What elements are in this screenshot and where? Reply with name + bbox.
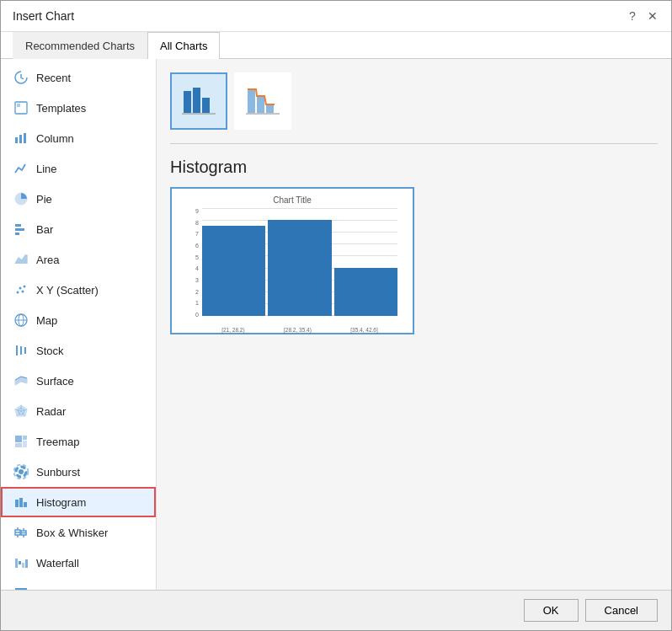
- sidebar-item-map[interactable]: Map: [1, 305, 156, 335]
- sidebar-item-stock[interactable]: Stock: [1, 335, 156, 366]
- svg-point-10: [19, 287, 22, 290]
- pie-icon: [13, 190, 29, 207]
- chart-options-row: [170, 72, 658, 130]
- svg-point-36: [19, 469, 24, 474]
- treemap-icon: [13, 433, 29, 450]
- sidebar-item-area[interactable]: Area: [1, 244, 156, 275]
- box-whisker-icon: [13, 524, 29, 541]
- sidebar-item-treemap[interactable]: Treemap: [1, 426, 156, 457]
- bar-3: [334, 268, 397, 316]
- svg-rect-8: [15, 233, 19, 235]
- svg-rect-41: [24, 502, 27, 507]
- sidebar-label-column: Column: [36, 132, 74, 145]
- sidebar-item-bar[interactable]: Bar: [1, 214, 156, 244]
- sidebar-label-bar: Bar: [36, 223, 53, 236]
- sidebar-item-line[interactable]: Line: [1, 153, 156, 184]
- histogram-icon: [13, 494, 29, 511]
- templates-icon: [13, 99, 29, 116]
- sunburst-icon: [13, 463, 29, 480]
- svg-rect-65: [257, 96, 264, 113]
- sidebar-label-area: Area: [36, 254, 59, 266]
- svg-rect-3: [19, 135, 22, 143]
- sidebar-item-funnel[interactable]: Funnel: [1, 578, 156, 590]
- chart-type-sidebar: Recent Templates: [1, 59, 157, 590]
- sidebar-label-radar: Radar: [36, 405, 66, 418]
- sidebar-item-sunburst[interactable]: Sunburst: [1, 457, 156, 487]
- svg-rect-51: [19, 561, 21, 564]
- tab-recommended-charts[interactable]: Recommended Charts: [13, 32, 147, 59]
- chart-option-histogram-pareto[interactable]: [234, 72, 291, 130]
- sidebar-label-xy-scatter: X Y (Scatter): [36, 284, 99, 297]
- sidebar-label-waterfall: Waterfall: [36, 557, 79, 570]
- sidebar-item-column[interactable]: Column: [1, 123, 156, 153]
- dialog-content: Recent Templates: [1, 59, 671, 590]
- chart-preview: Chart Title 0 1 2 3 4 5 6 7 8 9: [170, 187, 414, 334]
- svg-rect-35: [15, 443, 22, 447]
- tabs-bar: Recommended Charts All Charts: [1, 32, 671, 59]
- main-panel: Histogram Chart Title 0 1 2 3 4 5 6 7: [157, 59, 671, 590]
- sidebar-item-pie[interactable]: Pie: [1, 184, 156, 214]
- ok-button[interactable]: OK: [524, 599, 579, 622]
- title-bar-controls: ? ✕: [626, 9, 659, 23]
- insert-chart-dialog: Insert Chart ? ✕ Recommended Charts All …: [0, 0, 672, 631]
- recent-icon: [13, 69, 29, 86]
- sidebar-label-stock: Stock: [36, 345, 64, 357]
- svg-rect-4: [24, 133, 26, 143]
- svg-point-12: [22, 291, 24, 293]
- svg-rect-64: [248, 89, 255, 113]
- tab-all-charts[interactable]: All Charts: [147, 32, 220, 59]
- svg-rect-2: [15, 137, 18, 143]
- x-label-1: [21, 28.2): [221, 327, 244, 333]
- sidebar-label-treemap: Treemap: [36, 436, 80, 448]
- svg-rect-50: [15, 559, 18, 568]
- svg-rect-52: [22, 563, 24, 568]
- x-label-3: [35.4, 42.6]: [350, 327, 378, 333]
- sidebar-item-surface[interactable]: Surface: [1, 366, 156, 396]
- svg-rect-61: [193, 88, 200, 113]
- svg-rect-33: [23, 436, 27, 440]
- radar-icon: [13, 403, 29, 420]
- cancel-button[interactable]: Cancel: [585, 599, 658, 622]
- sidebar-item-waterfall[interactable]: Waterfall: [1, 548, 156, 578]
- dialog-title: Insert Chart: [13, 9, 74, 23]
- bar-1: [202, 226, 265, 316]
- sidebar-label-pie: Pie: [36, 193, 52, 206]
- chart-option-histogram-standard[interactable]: [170, 72, 227, 130]
- column-icon: [13, 130, 29, 147]
- chart-type-title: Histogram: [170, 158, 658, 177]
- svg-rect-62: [202, 98, 210, 113]
- sidebar-label-box-whisker: Box & Whisker: [36, 527, 108, 539]
- dialog-footer: OK Cancel: [1, 590, 671, 630]
- svg-rect-7: [15, 228, 24, 231]
- svg-rect-60: [184, 91, 191, 113]
- sidebar-label-surface: Surface: [36, 375, 74, 388]
- sidebar-item-templates[interactable]: Templates: [1, 93, 156, 123]
- svg-rect-32: [15, 436, 22, 442]
- waterfall-icon: [13, 554, 29, 571]
- sidebar-item-box-whisker[interactable]: Box & Whisker: [1, 517, 156, 548]
- help-button[interactable]: ?: [626, 9, 639, 23]
- y-axis: 0 1 2 3 4 5 6 7 8 9: [195, 208, 200, 318]
- svg-rect-40: [19, 498, 23, 507]
- close-button[interactable]: ✕: [646, 9, 659, 23]
- chart-preview-title: Chart Title: [179, 195, 406, 205]
- x-label-2: [28.2, 35.4): [284, 327, 312, 333]
- svg-rect-66: [266, 104, 274, 113]
- surface-icon: [13, 372, 29, 389]
- svg-rect-34: [23, 441, 27, 447]
- svg-rect-6: [15, 224, 21, 227]
- sidebar-item-radar[interactable]: Radar: [1, 396, 156, 426]
- stock-icon: [13, 342, 29, 359]
- svg-point-11: [24, 286, 26, 288]
- sidebar-label-line: Line: [36, 163, 57, 175]
- bar-2: [268, 220, 331, 316]
- sidebar-item-xy-scatter[interactable]: X Y (Scatter): [1, 275, 156, 305]
- line-icon: [13, 160, 29, 177]
- sidebar-item-recent[interactable]: Recent: [1, 62, 156, 93]
- sidebar-label-recent: Recent: [36, 72, 71, 84]
- sidebar-item-histogram[interactable]: Histogram: [1, 487, 156, 517]
- sidebar-label-map: Map: [36, 314, 57, 327]
- divider: [170, 143, 658, 144]
- sidebar-label-histogram: Histogram: [36, 496, 86, 509]
- sidebar-label-sunburst: Sunburst: [36, 466, 80, 479]
